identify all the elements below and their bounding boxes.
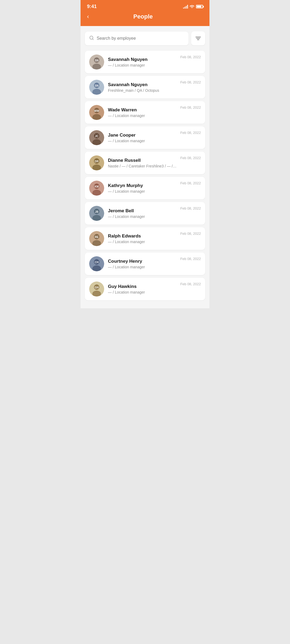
avatar: GH (89, 281, 104, 297)
status-icons (183, 4, 203, 9)
employee-name: Jerome Bell (108, 208, 176, 214)
search-input-wrapper[interactable] (85, 32, 189, 45)
employee-list: SN Savannah Nguyen — / Location manager … (85, 51, 205, 303)
employee-name: Dianne Russell (108, 158, 176, 163)
employee-role: — / Location manager (108, 240, 176, 244)
employee-info: Courtney Henry — / Location manager (108, 259, 176, 269)
employee-date: Feb 08, 2022 (180, 206, 201, 210)
employee-name: Savannah Nguyen (108, 57, 176, 62)
employee-date: Feb 08, 2022 (180, 281, 201, 286)
svg-text:JB: JB (95, 210, 99, 213)
svg-text:GH: GH (95, 286, 99, 289)
employee-info: Savannah Nguyen Freshline_main / QA / Oc… (108, 82, 176, 93)
employee-card[interactable]: KM Kathryn Murphy — / Location manager F… (85, 177, 205, 199)
header: ‹ People (81, 9, 209, 26)
employee-role: — / Location manager (108, 265, 176, 269)
employee-name: Kathryn Murphy (108, 183, 176, 188)
search-icon (89, 35, 94, 42)
employee-card[interactable]: DR Dianne Russell Nastie / — / Caretaker… (85, 152, 205, 174)
employee-date: Feb 08, 2022 (180, 130, 201, 135)
employee-info: Ralph Edwards — / Location manager (108, 233, 176, 244)
employee-date: Feb 08, 2022 (180, 105, 201, 109)
avatar: JB (89, 206, 104, 221)
status-bar: 9:41 (81, 0, 209, 9)
employee-info: Dianne Russell Nastie / — / Caretaker Fr… (108, 158, 176, 168)
main-content: SN Savannah Nguyen — / Location manager … (81, 26, 209, 308)
employee-card[interactable]: SN Savannah Nguyen — / Location manager … (85, 51, 205, 73)
signal-icon (183, 5, 188, 9)
svg-text:JC: JC (95, 135, 99, 138)
employee-info: Jerome Bell — / Location manager (108, 208, 176, 219)
avatar: RE (89, 231, 104, 246)
employee-date: Feb 08, 2022 (180, 256, 201, 261)
svg-text:SN: SN (95, 84, 99, 87)
search-container (85, 31, 205, 45)
employee-role: — / Location manager (108, 189, 176, 193)
employee-info: Guy Hawkins — / Location manager (108, 284, 176, 294)
employee-role: — / Location manager (108, 63, 176, 67)
svg-text:DR: DR (95, 160, 99, 163)
employee-card[interactable]: GH Guy Hawkins — / Location manager Feb … (85, 278, 205, 300)
svg-text:SN: SN (95, 59, 99, 62)
employee-role: — / Location manager (108, 139, 176, 143)
avatar: DR (89, 155, 104, 170)
back-button[interactable]: ‹ (87, 13, 91, 21)
avatar: SN (89, 54, 104, 69)
employee-card[interactable]: CH Courtney Henry — / Location manager F… (85, 253, 205, 275)
svg-text:CH: CH (95, 261, 99, 264)
battery-icon (196, 5, 203, 8)
search-input[interactable] (97, 36, 184, 41)
phone-frame: 9:41 ‹ People (81, 0, 209, 308)
employee-name: Wade Warren (108, 107, 176, 113)
avatar: KM (89, 181, 104, 196)
employee-role: — / Location manager (108, 214, 176, 219)
employee-role: Freshline_main / QA / Octopus (108, 88, 176, 93)
avatar: WW (89, 105, 104, 120)
employee-name: Jane Cooper (108, 133, 176, 138)
employee-name: Ralph Edwards (108, 233, 176, 239)
svg-text:KM: KM (95, 185, 99, 188)
employee-info: Kathryn Murphy — / Location manager (108, 183, 176, 193)
employee-card[interactable]: JB Jerome Bell — / Location manager Feb … (85, 202, 205, 225)
filter-button[interactable] (191, 31, 205, 45)
employee-card[interactable]: JC Jane Cooper — / Location manager Feb … (85, 126, 205, 149)
avatar: SN (89, 80, 104, 95)
svg-text:RE: RE (95, 236, 99, 239)
svg-text:WW: WW (94, 109, 99, 112)
employee-date: Feb 08, 2022 (180, 231, 201, 236)
svg-line-1 (92, 39, 93, 39)
employee-info: Wade Warren — / Location manager (108, 107, 176, 118)
employee-date: Feb 08, 2022 (180, 155, 201, 160)
wifi-icon (190, 4, 194, 9)
employee-name: Guy Hawkins (108, 284, 176, 289)
employee-role: — / Location manager (108, 114, 176, 118)
employee-info: Savannah Nguyen — / Location manager (108, 57, 176, 67)
employee-date: Feb 08, 2022 (180, 54, 201, 59)
employee-name: Courtney Henry (108, 259, 176, 264)
employee-name: Savannah Nguyen (108, 82, 176, 87)
filter-icon (195, 37, 201, 40)
avatar: CH (89, 256, 104, 271)
employee-role: — / Location manager (108, 290, 176, 294)
employee-date: Feb 08, 2022 (180, 80, 201, 84)
avatar: JC (89, 130, 104, 145)
page-title: People (91, 13, 195, 20)
employee-card[interactable]: RE Ralph Edwards — / Location manager Fe… (85, 227, 205, 250)
employee-date: Feb 08, 2022 (180, 181, 201, 185)
employee-card[interactable]: SN Savannah Nguyen Freshline_main / QA /… (85, 76, 205, 98)
employee-card[interactable]: WW Wade Warren — / Location manager Feb … (85, 101, 205, 124)
employee-role: Nastie / — / Caretaker Freshline3 / — / … (108, 164, 176, 168)
status-time: 9:41 (87, 4, 97, 9)
employee-info: Jane Cooper — / Location manager (108, 133, 176, 143)
